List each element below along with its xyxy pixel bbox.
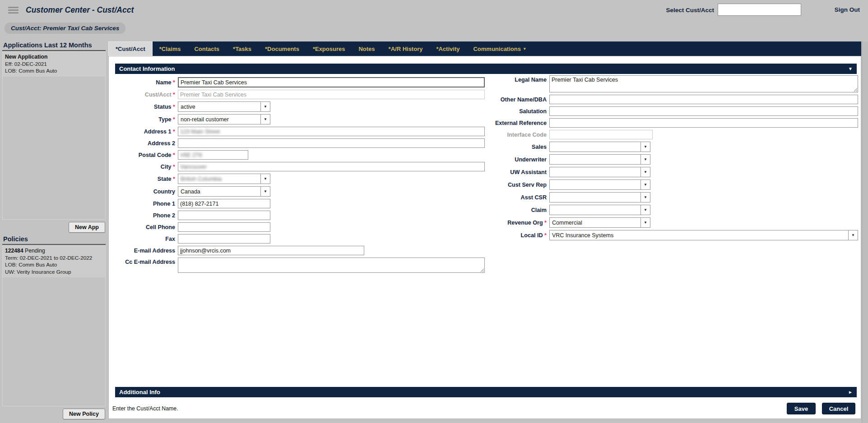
tab-label: *Documents bbox=[265, 46, 299, 52]
tab-label: Communications bbox=[473, 46, 520, 52]
address-2-input[interactable] bbox=[178, 138, 485, 148]
tab-notes[interactable]: Notes bbox=[352, 41, 381, 56]
phone-1-input[interactable] bbox=[178, 199, 270, 208]
select-value bbox=[550, 193, 641, 202]
address-1-input[interactable]: 123 Main Street bbox=[178, 127, 485, 136]
phone-2-input[interactable] bbox=[178, 211, 270, 220]
underwriter-select[interactable]: ▼ bbox=[549, 154, 650, 165]
status-hint: Enter the Cust/Acct Name. bbox=[112, 405, 178, 412]
tab-a-r-history[interactable]: *A/R History bbox=[382, 41, 430, 56]
tab-cust-acct[interactable]: *Cust/Acct bbox=[108, 41, 153, 56]
field-label: Cell Phone bbox=[110, 224, 178, 230]
chevron-down-icon[interactable]: ▼ bbox=[641, 155, 650, 164]
claim-select[interactable]: ▼ bbox=[549, 205, 650, 215]
cc-e-mail-address-textarea[interactable] bbox=[178, 257, 485, 273]
sign-out-link[interactable]: Sign Out bbox=[835, 6, 860, 13]
field-label: State * bbox=[110, 176, 178, 182]
new-policy-button[interactable]: New Policy bbox=[63, 409, 105, 419]
other-name-dba-input[interactable] bbox=[549, 95, 858, 104]
scrollbar-track[interactable] bbox=[862, 41, 868, 423]
status-select[interactable]: active▼ bbox=[178, 101, 270, 112]
policies-list: 122484 PendingTerm: 02-DEC-2021 to 02-DE… bbox=[2, 246, 106, 406]
fax-input[interactable] bbox=[178, 234, 270, 244]
field-row-underwriter: Underwriter▼ bbox=[481, 154, 858, 165]
field-label: Name * bbox=[110, 79, 178, 86]
cust-acct-input[interactable] bbox=[178, 90, 485, 99]
field-row-name: Name * bbox=[110, 77, 485, 87]
required-asterisk: * bbox=[172, 92, 175, 98]
chevron-down-icon[interactable]: ▼ bbox=[260, 115, 270, 124]
section-title: Contact Information bbox=[119, 65, 175, 72]
tab-tasks[interactable]: *Tasks bbox=[226, 41, 258, 56]
field-label: Other Name/DBA bbox=[481, 97, 549, 103]
uw-assistant-select[interactable]: ▼ bbox=[549, 167, 650, 177]
interface-code-input[interactable] bbox=[549, 130, 653, 139]
chevron-down-icon[interactable]: ▼ bbox=[641, 218, 650, 227]
chevron-down-icon[interactable]: ▼ bbox=[641, 142, 650, 152]
tab-documents[interactable]: *Documents bbox=[258, 41, 306, 56]
tab-label: *Tasks bbox=[233, 46, 251, 52]
cust-serv-rep-select[interactable]: ▼ bbox=[549, 179, 650, 190]
chevron-down-icon[interactable]: ▼ bbox=[260, 174, 270, 184]
page: { "header": { "title": "Customer Center … bbox=[0, 0, 868, 423]
external-reference-input[interactable] bbox=[549, 118, 858, 128]
revenue-org-select[interactable]: Commercial▼ bbox=[549, 217, 650, 228]
field-label: Phone 1 bbox=[110, 201, 178, 207]
tab-contacts[interactable]: Contacts bbox=[187, 41, 226, 56]
required-asterisk: * bbox=[543, 232, 547, 239]
chevron-down-icon[interactable]: ▼ bbox=[641, 167, 650, 177]
redacted-text: Vancouver bbox=[180, 164, 207, 170]
menu-icon[interactable] bbox=[8, 7, 19, 14]
field-label: Cust Serv Rep bbox=[481, 182, 549, 188]
tab-label: *Claims bbox=[159, 46, 181, 52]
contact-information-section-header[interactable]: Contact Information ▼ bbox=[115, 64, 857, 74]
tab-activity[interactable]: *Activity bbox=[429, 41, 466, 56]
field-row-uw-assistant: UW Assistant▼ bbox=[481, 167, 858, 177]
field-label: E-mail Address bbox=[110, 248, 178, 254]
chevron-down-icon[interactable]: ▼ bbox=[260, 102, 270, 111]
additional-info-section-header[interactable]: Additional Info ► bbox=[115, 387, 857, 397]
tab-communications[interactable]: Communications▾ bbox=[466, 41, 532, 56]
field-row-interface-code: Interface Code bbox=[481, 130, 858, 139]
select-cust-acct-input[interactable] bbox=[718, 4, 801, 16]
tab-claims[interactable]: *Claims bbox=[153, 41, 188, 56]
chevron-down-icon[interactable]: ▼ bbox=[641, 180, 650, 189]
field-row-phone-1: Phone 1 bbox=[110, 199, 485, 208]
required-asterisk: * bbox=[172, 116, 175, 123]
state-select[interactable]: British Columbia▼ bbox=[178, 174, 270, 184]
local-id-select[interactable]: VRC Insurance Systems▼ bbox=[549, 230, 858, 240]
chevron-down-icon[interactable]: ▼ bbox=[641, 205, 650, 215]
cancel-button[interactable]: Cancel bbox=[822, 403, 855, 414]
postal-code-input[interactable]: V6E 2T6 bbox=[178, 150, 248, 160]
list-item[interactable]: New ApplicationEff: 02-DEC-2021LOB: Comm… bbox=[3, 52, 105, 77]
chevron-down-icon[interactable]: ▼ bbox=[641, 193, 650, 202]
legal-name-textarea[interactable] bbox=[549, 75, 858, 92]
asst-csr-select[interactable]: ▼ bbox=[549, 192, 650, 202]
page-title: Customer Center - Cust/Acct bbox=[26, 5, 134, 15]
save-button[interactable]: Save bbox=[787, 403, 816, 414]
select-value: VRC Insurance Systems bbox=[550, 230, 848, 240]
name-input[interactable] bbox=[178, 77, 485, 87]
field-row-address-2: Address 2 bbox=[110, 138, 485, 148]
country-select[interactable]: Canada▼ bbox=[178, 186, 270, 197]
field-label: City * bbox=[110, 164, 178, 170]
field-label: Postal Code * bbox=[110, 152, 178, 158]
chevron-down-icon[interactable]: ▼ bbox=[260, 187, 270, 196]
new-app-button[interactable]: New App bbox=[69, 222, 105, 233]
list-item[interactable]: 122484 PendingTerm: 02-DEC-2021 to 02-DE… bbox=[3, 246, 105, 277]
e-mail-address-input[interactable] bbox=[178, 246, 364, 255]
cell-phone-input[interactable] bbox=[178, 222, 270, 232]
field-row-other-name-dba: Other Name/DBA bbox=[481, 95, 858, 104]
tab-exposures[interactable]: *Exposures bbox=[306, 41, 352, 56]
salutation-input[interactable] bbox=[549, 106, 858, 116]
field-row-local-id: Local ID *VRC Insurance Systems▼ bbox=[481, 230, 858, 240]
required-asterisk: * bbox=[172, 164, 175, 170]
select-value: Canada bbox=[178, 187, 260, 196]
field-row-asst-csr: Asst CSR▼ bbox=[481, 192, 858, 202]
field-row-cust-serv-rep: Cust Serv Rep▼ bbox=[481, 179, 858, 190]
city-input[interactable]: Vancouver bbox=[178, 162, 485, 171]
chevron-down-icon[interactable]: ▼ bbox=[848, 230, 858, 240]
field-row-address-1: Address 1 *123 Main Street bbox=[110, 127, 485, 136]
sales-select[interactable]: ▼ bbox=[549, 142, 650, 152]
type-select[interactable]: non-retail customer▼ bbox=[178, 114, 270, 124]
